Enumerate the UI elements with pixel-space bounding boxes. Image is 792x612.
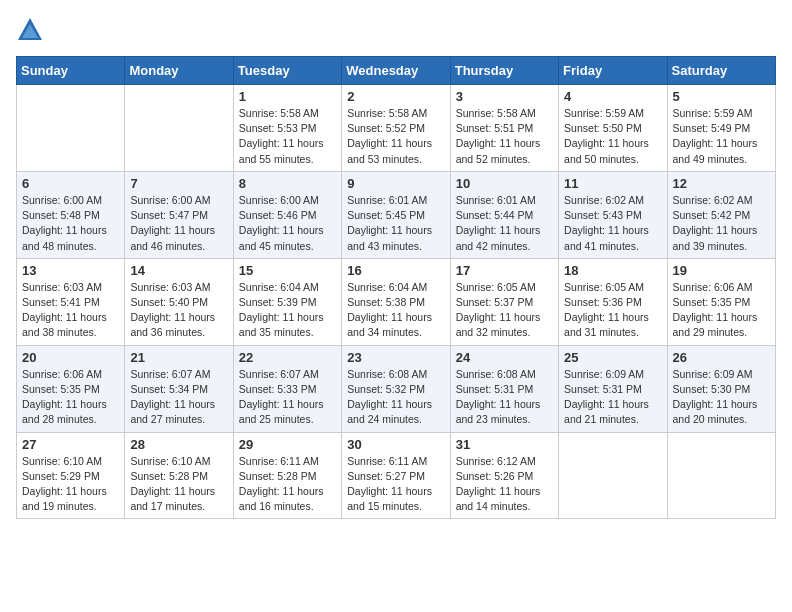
day-info: Sunrise: 6:08 AMSunset: 5:32 PMDaylight:… bbox=[347, 367, 444, 428]
day-number: 20 bbox=[22, 350, 119, 365]
calendar-cell: 2Sunrise: 5:58 AMSunset: 5:52 PMDaylight… bbox=[342, 85, 450, 172]
day-info: Sunrise: 6:02 AMSunset: 5:42 PMDaylight:… bbox=[673, 193, 770, 254]
day-number: 1 bbox=[239, 89, 336, 104]
logo-icon bbox=[16, 16, 44, 44]
day-info: Sunrise: 5:58 AMSunset: 5:52 PMDaylight:… bbox=[347, 106, 444, 167]
day-number: 13 bbox=[22, 263, 119, 278]
day-info: Sunrise: 6:06 AMSunset: 5:35 PMDaylight:… bbox=[22, 367, 119, 428]
day-info: Sunrise: 6:00 AMSunset: 5:48 PMDaylight:… bbox=[22, 193, 119, 254]
day-info: Sunrise: 6:00 AMSunset: 5:46 PMDaylight:… bbox=[239, 193, 336, 254]
day-info: Sunrise: 6:07 AMSunset: 5:33 PMDaylight:… bbox=[239, 367, 336, 428]
day-number: 9 bbox=[347, 176, 444, 191]
calendar-cell: 14Sunrise: 6:03 AMSunset: 5:40 PMDayligh… bbox=[125, 258, 233, 345]
calendar-cell: 1Sunrise: 5:58 AMSunset: 5:53 PMDaylight… bbox=[233, 85, 341, 172]
day-info: Sunrise: 6:02 AMSunset: 5:43 PMDaylight:… bbox=[564, 193, 661, 254]
day-number: 7 bbox=[130, 176, 227, 191]
calendar-cell bbox=[667, 432, 775, 519]
day-info: Sunrise: 6:01 AMSunset: 5:44 PMDaylight:… bbox=[456, 193, 553, 254]
day-number: 12 bbox=[673, 176, 770, 191]
day-number: 5 bbox=[673, 89, 770, 104]
day-info: Sunrise: 6:06 AMSunset: 5:35 PMDaylight:… bbox=[673, 280, 770, 341]
calendar-cell: 19Sunrise: 6:06 AMSunset: 5:35 PMDayligh… bbox=[667, 258, 775, 345]
calendar-cell: 8Sunrise: 6:00 AMSunset: 5:46 PMDaylight… bbox=[233, 171, 341, 258]
day-number: 24 bbox=[456, 350, 553, 365]
day-info: Sunrise: 6:08 AMSunset: 5:31 PMDaylight:… bbox=[456, 367, 553, 428]
calendar-cell: 9Sunrise: 6:01 AMSunset: 5:45 PMDaylight… bbox=[342, 171, 450, 258]
day-number: 21 bbox=[130, 350, 227, 365]
day-of-week-header: Monday bbox=[125, 57, 233, 85]
calendar-cell: 10Sunrise: 6:01 AMSunset: 5:44 PMDayligh… bbox=[450, 171, 558, 258]
day-info: Sunrise: 6:11 AMSunset: 5:27 PMDaylight:… bbox=[347, 454, 444, 515]
day-number: 8 bbox=[239, 176, 336, 191]
calendar-cell: 22Sunrise: 6:07 AMSunset: 5:33 PMDayligh… bbox=[233, 345, 341, 432]
day-info: Sunrise: 6:00 AMSunset: 5:47 PMDaylight:… bbox=[130, 193, 227, 254]
day-number: 22 bbox=[239, 350, 336, 365]
calendar-cell: 7Sunrise: 6:00 AMSunset: 5:47 PMDaylight… bbox=[125, 171, 233, 258]
day-of-week-header: Tuesday bbox=[233, 57, 341, 85]
calendar-cell: 28Sunrise: 6:10 AMSunset: 5:28 PMDayligh… bbox=[125, 432, 233, 519]
day-of-week-header: Friday bbox=[559, 57, 667, 85]
day-number: 29 bbox=[239, 437, 336, 452]
day-info: Sunrise: 5:59 AMSunset: 5:50 PMDaylight:… bbox=[564, 106, 661, 167]
calendar-cell: 15Sunrise: 6:04 AMSunset: 5:39 PMDayligh… bbox=[233, 258, 341, 345]
day-of-week-header: Saturday bbox=[667, 57, 775, 85]
day-number: 28 bbox=[130, 437, 227, 452]
day-number: 23 bbox=[347, 350, 444, 365]
calendar-cell: 16Sunrise: 6:04 AMSunset: 5:38 PMDayligh… bbox=[342, 258, 450, 345]
day-number: 19 bbox=[673, 263, 770, 278]
calendar-week-row: 1Sunrise: 5:58 AMSunset: 5:53 PMDaylight… bbox=[17, 85, 776, 172]
calendar-cell: 6Sunrise: 6:00 AMSunset: 5:48 PMDaylight… bbox=[17, 171, 125, 258]
day-number: 11 bbox=[564, 176, 661, 191]
day-number: 4 bbox=[564, 89, 661, 104]
day-info: Sunrise: 6:04 AMSunset: 5:39 PMDaylight:… bbox=[239, 280, 336, 341]
logo bbox=[16, 16, 48, 44]
day-info: Sunrise: 6:10 AMSunset: 5:28 PMDaylight:… bbox=[130, 454, 227, 515]
calendar-cell bbox=[559, 432, 667, 519]
day-info: Sunrise: 6:07 AMSunset: 5:34 PMDaylight:… bbox=[130, 367, 227, 428]
day-of-week-header: Wednesday bbox=[342, 57, 450, 85]
calendar-cell: 24Sunrise: 6:08 AMSunset: 5:31 PMDayligh… bbox=[450, 345, 558, 432]
day-number: 3 bbox=[456, 89, 553, 104]
calendar-week-row: 13Sunrise: 6:03 AMSunset: 5:41 PMDayligh… bbox=[17, 258, 776, 345]
page-header bbox=[16, 16, 776, 44]
day-info: Sunrise: 5:58 AMSunset: 5:53 PMDaylight:… bbox=[239, 106, 336, 167]
calendar-cell: 20Sunrise: 6:06 AMSunset: 5:35 PMDayligh… bbox=[17, 345, 125, 432]
day-info: Sunrise: 6:03 AMSunset: 5:40 PMDaylight:… bbox=[130, 280, 227, 341]
calendar-cell: 31Sunrise: 6:12 AMSunset: 5:26 PMDayligh… bbox=[450, 432, 558, 519]
day-number: 26 bbox=[673, 350, 770, 365]
day-info: Sunrise: 6:11 AMSunset: 5:28 PMDaylight:… bbox=[239, 454, 336, 515]
calendar-week-row: 20Sunrise: 6:06 AMSunset: 5:35 PMDayligh… bbox=[17, 345, 776, 432]
day-number: 30 bbox=[347, 437, 444, 452]
calendar-cell: 23Sunrise: 6:08 AMSunset: 5:32 PMDayligh… bbox=[342, 345, 450, 432]
day-number: 10 bbox=[456, 176, 553, 191]
calendar-week-row: 27Sunrise: 6:10 AMSunset: 5:29 PMDayligh… bbox=[17, 432, 776, 519]
day-info: Sunrise: 5:58 AMSunset: 5:51 PMDaylight:… bbox=[456, 106, 553, 167]
day-info: Sunrise: 5:59 AMSunset: 5:49 PMDaylight:… bbox=[673, 106, 770, 167]
calendar-week-row: 6Sunrise: 6:00 AMSunset: 5:48 PMDaylight… bbox=[17, 171, 776, 258]
calendar-cell: 21Sunrise: 6:07 AMSunset: 5:34 PMDayligh… bbox=[125, 345, 233, 432]
calendar-cell: 30Sunrise: 6:11 AMSunset: 5:27 PMDayligh… bbox=[342, 432, 450, 519]
day-number: 31 bbox=[456, 437, 553, 452]
calendar-cell: 17Sunrise: 6:05 AMSunset: 5:37 PMDayligh… bbox=[450, 258, 558, 345]
day-number: 6 bbox=[22, 176, 119, 191]
day-info: Sunrise: 6:05 AMSunset: 5:37 PMDaylight:… bbox=[456, 280, 553, 341]
day-of-week-header: Sunday bbox=[17, 57, 125, 85]
calendar-cell bbox=[125, 85, 233, 172]
day-number: 14 bbox=[130, 263, 227, 278]
day-of-week-header: Thursday bbox=[450, 57, 558, 85]
day-number: 25 bbox=[564, 350, 661, 365]
day-info: Sunrise: 6:01 AMSunset: 5:45 PMDaylight:… bbox=[347, 193, 444, 254]
calendar-cell: 3Sunrise: 5:58 AMSunset: 5:51 PMDaylight… bbox=[450, 85, 558, 172]
calendar-cell: 27Sunrise: 6:10 AMSunset: 5:29 PMDayligh… bbox=[17, 432, 125, 519]
day-number: 16 bbox=[347, 263, 444, 278]
day-number: 2 bbox=[347, 89, 444, 104]
day-number: 27 bbox=[22, 437, 119, 452]
day-number: 15 bbox=[239, 263, 336, 278]
calendar-cell: 29Sunrise: 6:11 AMSunset: 5:28 PMDayligh… bbox=[233, 432, 341, 519]
day-info: Sunrise: 6:09 AMSunset: 5:30 PMDaylight:… bbox=[673, 367, 770, 428]
day-info: Sunrise: 6:09 AMSunset: 5:31 PMDaylight:… bbox=[564, 367, 661, 428]
calendar-cell: 12Sunrise: 6:02 AMSunset: 5:42 PMDayligh… bbox=[667, 171, 775, 258]
calendar-cell: 18Sunrise: 6:05 AMSunset: 5:36 PMDayligh… bbox=[559, 258, 667, 345]
day-number: 17 bbox=[456, 263, 553, 278]
calendar-cell bbox=[17, 85, 125, 172]
